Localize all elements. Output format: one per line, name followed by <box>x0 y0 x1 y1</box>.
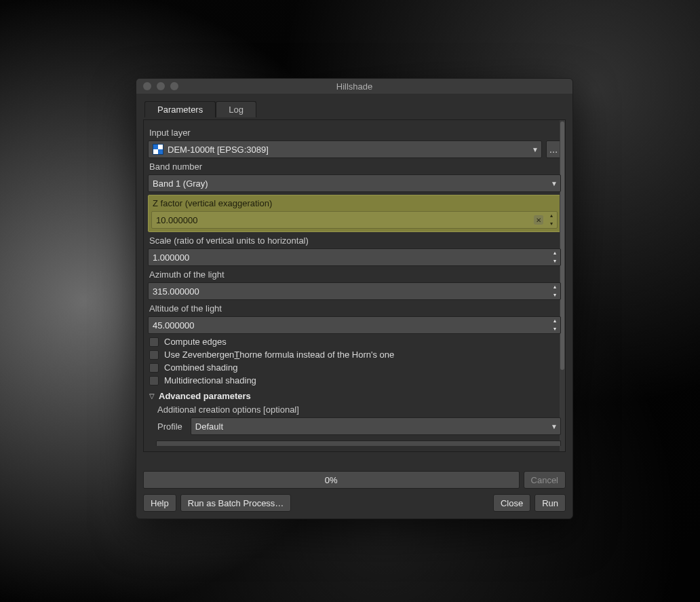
multidirectional-shading-checkbox[interactable]: Multidirectional shading <box>149 375 561 385</box>
combined-shading-label: Combined shading <box>164 362 237 373</box>
raster-layer-icon <box>153 144 163 155</box>
progress-bar: 0% <box>143 471 520 489</box>
run-button[interactable]: Run <box>534 494 566 512</box>
label-z-factor: Z factor (vertical exaggeration) <box>153 198 558 208</box>
compute-edges-label: Compute edges <box>164 337 227 347</box>
close-button[interactable]: Close <box>493 494 530 512</box>
window-title: Hillshade <box>136 81 572 92</box>
tab-log[interactable]: Log <box>216 101 256 117</box>
tab-parameters[interactable]: Parameters <box>144 101 216 117</box>
band-number-value: Band 1 (Gray) <box>153 178 208 189</box>
spin-buttons[interactable]: ▴▾ <box>547 213 556 227</box>
disclosure-triangle-icon: ▽ <box>149 392 155 400</box>
profile-select[interactable]: Default ▼ <box>191 417 561 435</box>
clear-icon[interactable]: ✕ <box>534 215 543 225</box>
parameters-pane: Input layer DEM-1000ft [EPSG:3089] ▼ … B… <box>143 119 566 452</box>
titlebar[interactable]: Hillshade <box>136 79 572 94</box>
dialog-body: Parameters Log Input layer DEM-1000ft [E… <box>136 94 572 519</box>
altitude-value: 45.000000 <box>153 320 194 331</box>
table-stub <box>156 440 561 446</box>
band-number-select[interactable]: Band 1 (Gray) ▼ <box>148 174 561 192</box>
altitude-input[interactable]: 45.000000 ▴▾ <box>148 316 561 334</box>
compute-edges-checkbox[interactable]: Compute edges <box>149 337 561 347</box>
z-factor-value: 10.000000 <box>156 215 197 225</box>
label-additional-options: Additional creation options [optional] <box>157 405 561 415</box>
advanced-section: Additional creation options [optional] P… <box>156 405 561 446</box>
label-scale: Scale (ratio of vertical units to horizo… <box>149 236 561 246</box>
run-batch-button[interactable]: Run as Batch Process… <box>180 494 292 512</box>
button-row: Help Run as Batch Process… Close Run <box>143 494 566 512</box>
tab-bar: Parameters Log <box>143 100 566 117</box>
chevron-down-icon: ▼ <box>551 180 558 187</box>
scale-input[interactable]: 1.000000 ▴▾ <box>148 248 561 266</box>
spin-buttons[interactable]: ▴▾ <box>551 250 559 264</box>
azimuth-input[interactable]: 315.000000 ▴▾ <box>148 282 561 300</box>
checkbox-icon <box>149 376 159 385</box>
checkbox-icon <box>149 363 159 373</box>
progress-text: 0% <box>325 475 338 485</box>
z-factor-input[interactable]: 10.000000 ✕ ▴▾ <box>151 211 558 229</box>
help-button[interactable]: Help <box>143 494 176 512</box>
label-input-layer: Input layer <box>149 128 561 138</box>
input-layer-value: DEM-1000ft [EPSG:3089] <box>168 145 269 155</box>
zevenbergen-thorne-checkbox[interactable]: Use ZevenbergenThorne formula instead of… <box>149 350 561 360</box>
spin-buttons[interactable]: ▴▾ <box>551 318 559 332</box>
spin-buttons[interactable]: ▴▾ <box>551 284 559 298</box>
input-layer-select[interactable]: DEM-1000ft [EPSG:3089] ▼ <box>148 140 542 158</box>
chevron-down-icon: ▼ <box>532 146 539 153</box>
zevenbergen-thorne-label: Use ZevenbergenThorne formula instead of… <box>164 350 394 360</box>
checkbox-icon <box>149 337 159 347</box>
hillshade-dialog: Hillshade Parameters Log Input layer DEM… <box>136 78 573 519</box>
input-layer-browse-button[interactable]: … <box>546 140 561 158</box>
label-profile: Profile <box>157 421 182 432</box>
chevron-down-icon: ▼ <box>551 423 558 430</box>
combined-shading-checkbox[interactable]: Combined shading <box>149 362 561 373</box>
advanced-parameters-toggle[interactable]: ▽ Advanced parameters <box>149 391 561 401</box>
multidirectional-shading-label: Multidirectional shading <box>164 375 256 385</box>
label-altitude: Altitude of the light <box>149 303 561 314</box>
progress-row: 0% Cancel <box>143 471 566 489</box>
advanced-parameters-label: Advanced parameters <box>159 391 251 401</box>
azimuth-value: 315.000000 <box>153 286 199 297</box>
cancel-button[interactable]: Cancel <box>524 471 566 489</box>
scale-value: 1.000000 <box>153 252 189 263</box>
checkbox-icon <box>149 350 159 360</box>
profile-value: Default <box>195 421 223 432</box>
z-factor-group: Z factor (vertical exaggeration) 10.0000… <box>148 195 561 232</box>
label-band-number: Band number <box>149 162 561 172</box>
label-azimuth: Azimuth of the light <box>149 269 561 280</box>
